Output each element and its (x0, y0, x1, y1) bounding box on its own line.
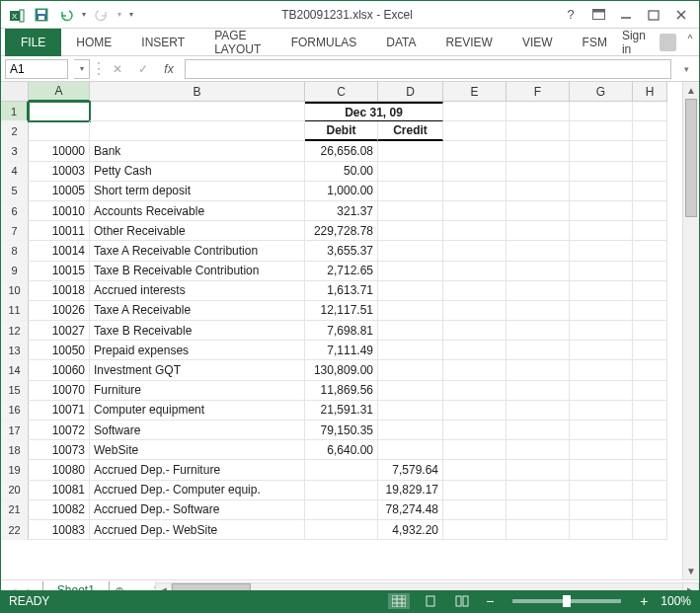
col-header-C[interactable]: C (305, 82, 378, 102)
scroll-down-icon[interactable]: ▼ (683, 563, 699, 579)
maximize-icon[interactable] (640, 3, 667, 27)
cell[interactable] (506, 520, 570, 540)
row-header[interactable]: 6 (1, 201, 29, 221)
credit-value[interactable]: 4,932.20 (378, 520, 443, 540)
row-header[interactable]: 12 (1, 321, 29, 341)
account-code[interactable]: 10071 (29, 401, 90, 421)
cell[interactable] (570, 440, 633, 460)
account-code[interactable]: 10073 (29, 440, 90, 460)
cell[interactable] (570, 481, 633, 500)
debit-value[interactable]: 229,728.78 (305, 221, 378, 241)
account-code[interactable]: 10018 (29, 281, 90, 301)
row-header[interactable]: 17 (1, 421, 29, 440)
insert-function-icon[interactable]: fx (159, 59, 179, 79)
debit-value[interactable]: 79,150.35 (305, 421, 378, 440)
cell[interactable] (506, 440, 570, 460)
cell[interactable] (633, 162, 667, 182)
cell[interactable] (570, 121, 633, 141)
cell[interactable] (633, 481, 667, 500)
account-name[interactable]: Investment GQT (90, 360, 305, 380)
cell[interactable] (633, 221, 667, 241)
cell[interactable] (443, 201, 506, 221)
credit-value[interactable] (378, 162, 443, 182)
cells-area[interactable]: Dec 31, 09DebitCredit10000Bank26,656.081… (29, 102, 682, 579)
account-code[interactable]: 10083 (29, 520, 90, 540)
account-name[interactable]: Taxe B Receivable Contribution (90, 262, 305, 281)
account-name[interactable]: Software (90, 421, 305, 440)
account-code[interactable]: 10080 (29, 460, 90, 480)
credit-value[interactable]: 7,579.64 (378, 460, 443, 480)
col-header-H[interactable]: H (633, 82, 667, 102)
col-header-E[interactable]: E (443, 82, 506, 102)
account-code[interactable]: 10026 (29, 301, 90, 321)
cell[interactable] (506, 201, 570, 221)
row-header[interactable]: 9 (1, 262, 29, 281)
account-code[interactable]: 10082 (29, 500, 90, 520)
cell[interactable] (570, 460, 633, 480)
cell[interactable] (570, 500, 633, 520)
cell[interactable] (506, 262, 570, 281)
cell-A1[interactable] (29, 102, 90, 121)
cell[interactable] (570, 301, 633, 321)
cell[interactable] (443, 481, 506, 500)
row-header[interactable]: 7 (1, 221, 29, 241)
col-header-A[interactable]: A (29, 82, 90, 102)
credit-value[interactable] (378, 182, 443, 201)
tab-data[interactable]: DATA (371, 29, 430, 56)
scroll-up-icon[interactable]: ▲ (683, 82, 699, 99)
cell[interactable] (443, 520, 506, 540)
cell[interactable] (443, 421, 506, 440)
cell[interactable] (443, 341, 506, 360)
cell[interactable] (633, 500, 667, 520)
account-code[interactable]: 10072 (29, 421, 90, 440)
view-page-layout-icon[interactable] (420, 593, 441, 609)
excel-logo-icon[interactable]: X (5, 3, 29, 27)
cell[interactable] (443, 401, 506, 421)
cell[interactable] (506, 241, 570, 261)
cell[interactable] (506, 401, 570, 421)
view-page-break-icon[interactable] (451, 593, 473, 609)
cell[interactable] (506, 221, 570, 241)
credit-value[interactable] (378, 221, 443, 241)
cell[interactable] (443, 440, 506, 460)
cell[interactable] (506, 360, 570, 380)
cell[interactable] (570, 381, 633, 401)
cell[interactable] (633, 460, 667, 480)
cell[interactable] (633, 241, 667, 261)
name-box-dropdown-icon[interactable]: ▾ (74, 59, 90, 79)
zoom-slider[interactable] (512, 599, 621, 603)
cell[interactable] (506, 481, 570, 500)
cell[interactable] (506, 162, 570, 182)
cell[interactable] (570, 241, 633, 261)
credit-header[interactable]: Credit (378, 121, 443, 141)
debit-value[interactable]: 2,712.65 (305, 262, 378, 281)
cell[interactable] (570, 162, 633, 182)
debit-value[interactable] (305, 520, 378, 540)
vscroll-thumb[interactable] (685, 99, 697, 217)
cell[interactable] (506, 381, 570, 401)
undo-dropdown-icon[interactable]: ▾ (79, 3, 89, 27)
row-header[interactable]: 4 (1, 162, 29, 182)
cell[interactable] (506, 341, 570, 360)
sign-in-link[interactable]: Sign in (622, 29, 680, 56)
cell[interactable] (443, 102, 506, 121)
account-code[interactable]: 10027 (29, 321, 90, 341)
help-icon[interactable]: ? (557, 3, 584, 27)
credit-value[interactable] (378, 321, 443, 341)
debit-value[interactable]: 12,117.51 (305, 301, 378, 321)
collapse-ribbon-icon[interactable]: ˄ (680, 33, 699, 51)
tab-formulas[interactable]: FORMULAS (276, 29, 372, 56)
credit-value[interactable] (378, 281, 443, 301)
credit-value[interactable] (378, 421, 443, 440)
cell[interactable] (443, 262, 506, 281)
expand-formula-bar-icon[interactable]: ▾ (677, 64, 695, 74)
cell[interactable] (570, 262, 633, 281)
close-icon[interactable] (667, 3, 695, 27)
credit-value[interactable] (378, 201, 443, 221)
row-header[interactable]: 16 (1, 401, 29, 421)
account-code[interactable]: 10003 (29, 162, 90, 182)
cell[interactable] (633, 182, 667, 201)
credit-value[interactable]: 19,829.17 (378, 481, 443, 500)
tab-home[interactable]: HOME (61, 29, 126, 56)
formula-bar-splitter[interactable]: ⋮ (96, 60, 102, 78)
